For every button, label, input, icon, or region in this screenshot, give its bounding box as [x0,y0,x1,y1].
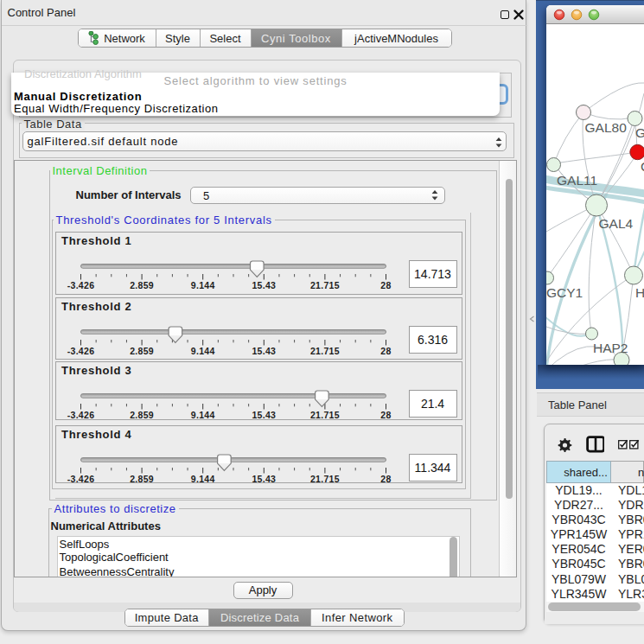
svg-text:GAL80: GAL80 [585,119,628,134]
svg-text:GCY1: GCY1 [546,285,583,300]
svg-text:2.859: 2.859 [130,345,154,355]
svg-text:28: 28 [380,473,391,483]
svg-text:-3.426: -3.426 [67,279,95,290]
svg-text:H: H [635,284,644,299]
svg-text:15.43: 15.43 [252,345,276,355]
svg-text:28: 28 [380,279,391,290]
svg-text:9.144: 9.144 [191,409,215,419]
svg-text:2.859: 2.859 [130,473,154,483]
svg-text:21.715: 21.715 [310,409,340,419]
svg-text:21.715: 21.715 [310,473,340,483]
svg-text:21.715: 21.715 [310,345,340,355]
svg-text:C: C [641,158,644,173]
svg-text:15.43: 15.43 [252,279,276,290]
svg-text:-3.426: -3.426 [67,473,95,483]
svg-text:21.715: 21.715 [310,279,340,290]
svg-text:2.859: 2.859 [130,409,154,419]
svg-text:9.144: 9.144 [191,279,215,290]
svg-text:2.859: 2.859 [130,279,154,290]
svg-text:GA: GA [635,124,644,139]
svg-text:28: 28 [380,345,391,355]
svg-text:15.43: 15.43 [252,409,276,419]
svg-text:15.43: 15.43 [252,473,276,483]
svg-text:GAL4: GAL4 [599,215,634,230]
svg-text:28: 28 [380,409,391,419]
svg-text:-3.426: -3.426 [67,345,95,355]
svg-text:9.144: 9.144 [191,473,215,483]
svg-text:GAL11: GAL11 [557,173,597,188]
svg-text:HAP2: HAP2 [593,340,628,354]
svg-text:9.144: 9.144 [191,345,215,355]
svg-text:-3.426: -3.426 [67,409,95,419]
